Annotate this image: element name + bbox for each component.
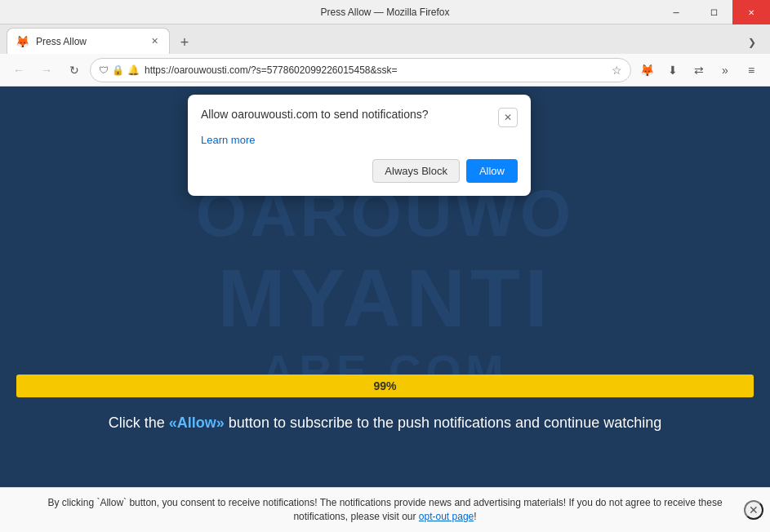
window-controls: ─ ☐ ✕: [657, 0, 770, 24]
progress-container: 99%: [16, 375, 754, 397]
dialog-close-button[interactable]: ✕: [498, 108, 518, 127]
allow-text-highlight: «Allow»: [169, 415, 225, 431]
back-button[interactable]: ←: [7, 58, 31, 82]
extensions-button[interactable]: »: [713, 58, 737, 82]
progress-bar: 99%: [16, 375, 754, 397]
address-bar[interactable]: 🛡 🔒 🔔 https://oarouwousti.com/?s=5778602…: [90, 58, 631, 82]
bottom-bar-suffix: !: [474, 511, 476, 522]
download-button[interactable]: ⬇: [661, 58, 685, 82]
dialog-title: Allow oarouwousti.com to send notificati…: [201, 108, 498, 121]
menu-button[interactable]: ≡: [739, 58, 763, 82]
allow-button[interactable]: Allow: [466, 159, 518, 183]
bottom-bar-prefix: By clicking `Allow` button, you consent …: [47, 497, 722, 522]
tab-close-button[interactable]: ✕: [148, 35, 161, 48]
maximize-button[interactable]: ☐: [695, 0, 732, 24]
always-block-button[interactable]: Always Block: [372, 159, 460, 183]
watermark-line2: MYANTI: [217, 251, 552, 345]
sync-button[interactable]: ⇄: [687, 58, 711, 82]
active-tab[interactable]: 🦊 Press Allow ✕: [7, 28, 170, 54]
bookmark-icon[interactable]: ☆: [612, 64, 622, 77]
shield-icon: 🛡: [99, 64, 109, 76]
notification-permission-dialog: Allow oarouwousti.com to send notificati…: [188, 95, 531, 196]
bottom-notification-bar: By clicking `Allow` button, you consent …: [0, 487, 770, 532]
address-icons: 🛡 🔒 🔔: [99, 64, 140, 76]
dialog-buttons: Always Block Allow: [201, 159, 518, 183]
opt-out-link[interactable]: opt-out page: [419, 511, 474, 522]
forward-button[interactable]: →: [34, 58, 59, 82]
reload-button[interactable]: ↻: [62, 58, 87, 82]
tab-bar: 🦊 Press Allow ✕ + ❯: [0, 24, 770, 54]
close-button[interactable]: ✕: [732, 0, 770, 24]
tab-overflow-button[interactable]: ❯: [741, 31, 763, 54]
browser-content: OAROUWO MYANTI ARE.COM Allow oarouwousti…: [0, 86, 770, 487]
pocket-button[interactable]: 🦊: [634, 58, 659, 82]
nav-right-icons: 🦊 ⬇ ⇄ » ≡: [634, 58, 763, 82]
minimize-button[interactable]: ─: [657, 0, 695, 24]
address-text: https://oarouwousti.com/?s=5778602099226…: [145, 64, 607, 76]
window-title: Press Allow — Mozilla Firefox: [320, 7, 449, 18]
new-tab-button[interactable]: +: [173, 31, 196, 54]
tab-icon: 🦊: [16, 35, 29, 48]
progress-value: 99%: [373, 379, 396, 392]
title-bar: Press Allow — Mozilla Firefox ─ ☐ ✕: [0, 0, 770, 24]
notification-bell-icon: 🔔: [127, 64, 140, 76]
dialog-header: Allow oarouwousti.com to send notificati…: [201, 108, 518, 127]
tab-label: Press Allow: [36, 36, 141, 47]
content-description: Click the «Allow» button to subscribe to…: [0, 415, 770, 432]
bottom-bar-text: By clicking `Allow` button, you consent …: [33, 496, 737, 524]
navigation-bar: ← → ↻ 🛡 🔒 🔔 https://oarouwousti.com/?s=5…: [0, 54, 770, 86]
lock-icon: 🔒: [112, 64, 124, 76]
bottom-bar-close-button[interactable]: ✕: [744, 500, 763, 520]
learn-more-link[interactable]: Learn more: [201, 134, 518, 146]
